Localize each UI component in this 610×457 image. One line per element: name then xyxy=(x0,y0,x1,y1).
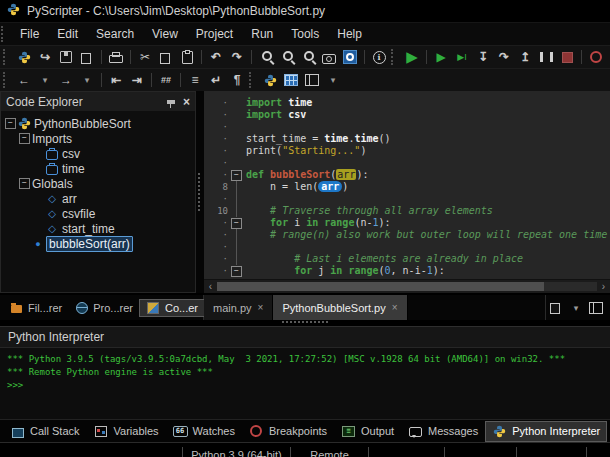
ide-windows-icon[interactable] xyxy=(281,70,301,90)
tree-node-globals[interactable]: −Globals xyxy=(1,176,195,191)
layouts-dropdown-icon[interactable]: ▾ xyxy=(323,70,343,90)
menu-project[interactable]: Project xyxy=(187,27,242,41)
gutter-marker[interactable]: · xyxy=(204,133,230,145)
comment-icon[interactable]: ## xyxy=(156,70,176,90)
gutter-marker[interactable]: · xyxy=(204,241,230,253)
gutter-marker[interactable]: · xyxy=(204,265,230,277)
tab-breakpoints[interactable]: Breakpoints xyxy=(243,422,333,441)
editor-tab-main-py[interactable]: main.py× xyxy=(204,295,273,320)
step-out-icon[interactable]: ↥ xyxy=(515,47,535,67)
debug-icon[interactable]: ▶ xyxy=(431,47,451,67)
gutter-marker[interactable]: · xyxy=(204,97,230,109)
help-icon[interactable]: i xyxy=(369,47,389,67)
tree-node-imports[interactable]: −Imports xyxy=(1,131,195,146)
paste-icon[interactable] xyxy=(177,47,197,67)
find-next-icon[interactable] xyxy=(277,47,297,67)
abort-debug-icon[interactable] xyxy=(557,47,577,67)
tree-node-module[interactable]: −PythonBubbleSort xyxy=(1,116,195,131)
tab-messages[interactable]: Messages xyxy=(402,422,484,441)
menu-edit[interactable]: Edit xyxy=(48,27,87,41)
menu-search[interactable]: Search xyxy=(87,27,143,41)
forward-dropdown-icon[interactable]: ▾ xyxy=(77,70,97,90)
run-icon[interactable]: ▶ xyxy=(402,47,422,67)
gutter-marker[interactable]: · xyxy=(204,121,230,133)
scroll-right-arrow-icon[interactable]: › xyxy=(597,281,610,293)
editor-pane[interactable]: ·import time·import csv··start_time = ti… xyxy=(204,91,610,293)
pause-icon[interactable] xyxy=(536,47,556,67)
undo-icon[interactable]: ↶ xyxy=(206,47,226,67)
step-over-icon[interactable]: ↷ xyxy=(494,47,514,67)
new-python-module-icon[interactable] xyxy=(14,47,34,67)
layouts-icon[interactable] xyxy=(302,70,322,90)
open-new-tab-icon[interactable] xyxy=(586,298,606,318)
gutter-marker[interactable]: · xyxy=(204,157,230,169)
close-tab-icon[interactable]: × xyxy=(258,302,264,313)
print-icon[interactable] xyxy=(106,47,126,67)
gutter-marker[interactable]: · xyxy=(204,253,230,265)
indent-icon[interactable]: ⇥ xyxy=(127,70,147,90)
unindent-icon[interactable]: ⇤ xyxy=(106,70,126,90)
open-file-icon[interactable]: ↪ xyxy=(35,47,55,67)
tree-node-function-bubblesort[interactable]: ●bubbleSort(arr) xyxy=(1,236,195,251)
save-all-icon[interactable] xyxy=(77,47,97,67)
close-tab-icon[interactable]: × xyxy=(392,302,398,313)
gutter-marker[interactable]: · xyxy=(204,169,230,181)
back-icon[interactable]: ← xyxy=(14,70,34,90)
python-engine-icon[interactable] xyxy=(260,70,280,90)
python-console[interactable]: *** Python 3.9.5 (tags/v3.9.5:0a7dcbd, M… xyxy=(0,348,610,419)
window-list-icon[interactable] xyxy=(546,298,566,318)
close-icon[interactable]: × xyxy=(183,97,190,107)
back-dropdown-icon[interactable]: ▾ xyxy=(35,70,55,90)
copy-icon[interactable] xyxy=(156,47,176,67)
word-wrap-icon[interactable]: ↵ xyxy=(206,70,226,90)
gutter-marker[interactable]: 8 xyxy=(204,181,230,193)
redo-icon[interactable]: ↷ xyxy=(227,47,247,67)
special-chars-icon[interactable]: ¶ xyxy=(227,70,247,90)
tree-node-var-arr[interactable]: ◇arr xyxy=(1,191,195,206)
bookmarks-icon[interactable]: ≡ xyxy=(185,70,205,90)
menu-tools[interactable]: Tools xyxy=(282,27,328,41)
window-list-dropdown-icon[interactable]: ▾ xyxy=(566,298,586,318)
tab-watches[interactable]: 66Watches xyxy=(167,422,241,441)
scrollbar-thumb[interactable] xyxy=(217,282,544,291)
tab-python-interpreter[interactable]: Python Interpreter xyxy=(486,422,606,441)
run-to-cursor-icon[interactable]: ▶I xyxy=(452,47,472,67)
forward-icon[interactable]: → xyxy=(56,70,76,90)
code-area[interactable]: ·import time·import csv··start_time = ti… xyxy=(204,91,610,279)
find-in-files-icon[interactable] xyxy=(319,47,339,67)
fold-toggle-icon[interactable]: − xyxy=(230,265,243,277)
gutter-marker[interactable]: · xyxy=(204,217,230,229)
tab-variables[interactable]: Variables xyxy=(88,422,165,441)
pin-icon[interactable] xyxy=(167,100,175,104)
tree-node-var-start-time[interactable]: ◇start_time xyxy=(1,221,195,236)
gutter-marker[interactable]: · xyxy=(204,145,230,157)
gutter-marker[interactable]: 10 xyxy=(204,205,230,217)
menu-file[interactable]: File xyxy=(11,27,48,41)
tab-call-stack[interactable]: Call Stack xyxy=(4,422,86,441)
fold-toggle-icon[interactable]: − xyxy=(230,169,243,181)
toggle-breakpoint-icon[interactable] xyxy=(586,47,606,67)
vertical-splitter[interactable] xyxy=(196,91,204,293)
gutter-marker[interactable]: · xyxy=(204,229,230,241)
collapse-expander-icon[interactable]: − xyxy=(19,178,30,189)
tab-co-er[interactable]: Co...er xyxy=(139,299,205,317)
editor-horizontal-scrollbar[interactable]: ‹ › xyxy=(204,279,610,293)
browse-files-icon[interactable] xyxy=(340,47,360,67)
collapse-expander-icon[interactable]: − xyxy=(5,118,16,129)
find-icon[interactable] xyxy=(256,47,276,67)
step-into-icon[interactable]: ↧ xyxy=(473,47,493,67)
tree-node-import-time[interactable]: time xyxy=(1,161,195,176)
replace-icon[interactable] xyxy=(298,47,318,67)
menu-view[interactable]: View xyxy=(143,27,187,41)
gutter-marker[interactable]: · xyxy=(204,193,230,205)
scrollbar-track[interactable] xyxy=(217,282,597,291)
save-icon[interactable] xyxy=(56,47,76,67)
tab-pro-rer[interactable]: Pro...rer xyxy=(68,300,139,316)
editor-tab-pythonbubblesort-py[interactable]: PythonBubbleSort.py× xyxy=(273,295,407,320)
fold-toggle-icon[interactable]: − xyxy=(230,217,243,229)
gutter-marker[interactable]: · xyxy=(204,109,230,121)
collapse-expander-icon[interactable]: − xyxy=(19,133,30,144)
tree-node-var-csvfile[interactable]: ◇csvfile xyxy=(1,206,195,221)
tab-output[interactable]: ≡Output xyxy=(335,422,400,441)
tree-node-import-csv[interactable]: csv xyxy=(1,146,195,161)
